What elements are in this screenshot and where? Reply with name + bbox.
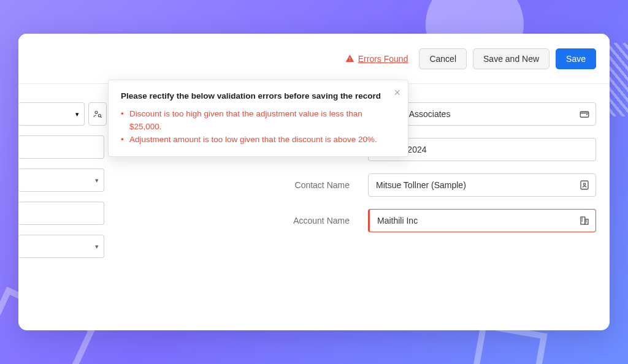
svg-point-5 bbox=[95, 111, 98, 113]
chevron-down-icon: ▾ bbox=[95, 176, 99, 184]
chevron-down-icon: ▾ bbox=[75, 110, 79, 118]
wallet-icon[interactable] bbox=[578, 107, 591, 121]
toolbar: Errors Found Cancel Save and New Save bbox=[18, 34, 610, 84]
left-input-3[interactable] bbox=[18, 202, 104, 225]
popover-error-list: Discount is too high given that the adju… bbox=[121, 108, 396, 146]
popover-error-item: Discount is too high given that the adju… bbox=[121, 108, 396, 134]
contact-icon[interactable] bbox=[578, 178, 591, 192]
chevron-down-icon: ▾ bbox=[95, 243, 99, 251]
record-form-card: Errors Found Cancel Save and New Save De… bbox=[18, 34, 610, 330]
left-input-2[interactable] bbox=[18, 135, 104, 159]
errors-found-text: Errors Found bbox=[358, 54, 408, 64]
validation-popover: × Please rectify the below validation er… bbox=[108, 80, 408, 157]
account-name-input[interactable] bbox=[368, 209, 596, 232]
svg-point-6 bbox=[98, 115, 101, 117]
person-search-icon bbox=[93, 109, 102, 119]
contact-name-input[interactable] bbox=[368, 173, 596, 197]
save-button[interactable]: Save bbox=[556, 48, 596, 69]
left-dropdown-3[interactable]: ▾ bbox=[18, 235, 104, 258]
close-button[interactable]: × bbox=[394, 86, 400, 99]
save-and-new-button[interactable]: Save and New bbox=[473, 48, 550, 69]
svg-point-2 bbox=[583, 183, 585, 185]
person-lookup-button[interactable] bbox=[88, 102, 107, 126]
left-dropdown-1[interactable]: ▾ bbox=[18, 102, 85, 126]
close-icon: × bbox=[394, 86, 400, 99]
warning-icon bbox=[345, 54, 354, 63]
popover-title: Please rectify the below validation erro… bbox=[121, 91, 396, 100]
building-icon[interactable] bbox=[578, 214, 591, 227]
errors-found-link[interactable]: Errors Found bbox=[345, 54, 408, 64]
popover-error-item: Adjustment amount is too low given that … bbox=[121, 134, 396, 146]
cancel-button[interactable]: Cancel bbox=[419, 48, 467, 69]
svg-rect-3 bbox=[581, 217, 585, 224]
left-dropdown-2[interactable]: ▾ bbox=[18, 169, 104, 192]
left-cropped-fields: ▾ ▾ ▾ bbox=[18, 102, 123, 268]
